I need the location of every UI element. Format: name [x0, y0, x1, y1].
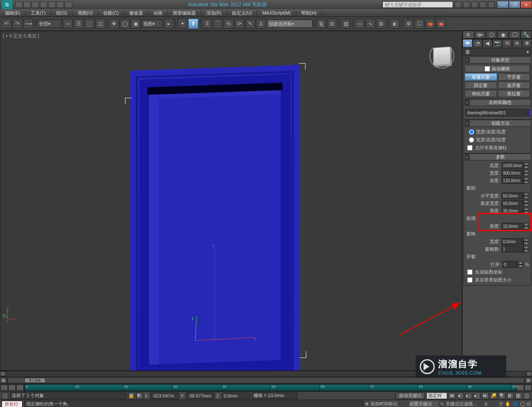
window-crossing-icon[interactable]: ◫: [95, 19, 105, 29]
maxscript-listener-icon[interactable]: [2, 392, 8, 399]
nav-fov-icon[interactable]: ▥: [515, 392, 522, 399]
menu-modifiers[interactable]: 修改器: [124, 10, 148, 16]
rollout-creation-method-header[interactable]: 创建方法: [470, 120, 530, 126]
viewport-label[interactable]: [ + 0 正交 0 真实 ]: [3, 33, 39, 39]
key-filters-button[interactable]: 关键点过滤器...: [446, 401, 483, 407]
tab-modify[interactable]: ⟴: [474, 31, 486, 39]
y-coord-field[interactable]: -36.577mm: [186, 392, 214, 399]
close-button[interactable]: ✕: [520, 1, 532, 8]
hframe-spinner[interactable]: ▴▾: [502, 192, 529, 199]
keyboard-shortcut-toggle-icon[interactable]: ⬆: [188, 19, 198, 29]
rails-width-spinner[interactable]: ▴▾: [502, 238, 529, 245]
timeline-snap-icon[interactable]: [16, 385, 24, 391]
autokey-button[interactable]: 自动关键点: [396, 392, 425, 399]
trackbar-prev-icon[interactable]: ◂: [0, 377, 7, 383]
subscription-icon[interactable]: [463, 1, 470, 8]
tab-utilities[interactable]: 🔧: [520, 31, 532, 39]
mirror-icon[interactable]: ⧎: [316, 19, 326, 29]
time-config-icon[interactable]: ⏱: [499, 402, 503, 407]
vframe-spinner[interactable]: ▴▾: [502, 200, 529, 207]
scroll-right-icon[interactable]: [526, 371, 532, 376]
timeline-mode-icon[interactable]: [0, 385, 8, 391]
menu-edit[interactable]: 编辑(E): [0, 10, 26, 16]
rails-count-spinner[interactable]: ▴▾: [502, 246, 529, 252]
time-slider[interactable]: 0 / 100: [7, 377, 525, 383]
pivot-center-icon[interactable]: ▸: [164, 19, 174, 29]
qat-undo-icon[interactable]: [40, 1, 47, 8]
x-coord-field[interactable]: -923.547m: [150, 392, 179, 399]
time-tag-icon[interactable]: ⊕: [365, 401, 369, 407]
rotate-icon[interactable]: ◯: [120, 19, 130, 29]
qat-undo-drop-icon[interactable]: [48, 1, 56, 8]
scroll-left-icon[interactable]: [0, 371, 6, 376]
link-icon[interactable]: ⟿: [23, 19, 33, 29]
move-icon[interactable]: ✥: [109, 19, 119, 29]
select-object-icon[interactable]: ▭: [63, 19, 73, 29]
menu-maxscript[interactable]: MAXScript(M): [257, 10, 296, 15]
rollout-object-type-header[interactable]: 对象类型: [470, 57, 530, 63]
method-wdh-radio[interactable]: 宽度/深度/高度: [465, 128, 530, 136]
depth-spinner[interactable]: ▴▾: [502, 177, 529, 184]
allow-nonvert-checkbox[interactable]: 允许非垂直侧柱: [465, 144, 530, 152]
select-manipulate-icon[interactable]: ✦: [177, 19, 187, 29]
menu-help[interactable]: 帮助(H): [296, 10, 322, 16]
rollout-toggle[interactable]: -: [465, 121, 470, 126]
layer-manager-icon[interactable]: ▤: [341, 19, 351, 29]
width-spinner[interactable]: ▴▾: [502, 170, 529, 176]
type-sliding-button[interactable]: 推拉窗: [498, 90, 530, 97]
nav-zoomregion-icon[interactable]: ⬚: [524, 392, 530, 399]
menu-animation[interactable]: 动画: [148, 10, 168, 16]
menu-rendering[interactable]: 渲染(R): [201, 10, 227, 16]
align-icon[interactable]: ⊟: [327, 19, 337, 29]
tab-hierarchy[interactable]: ⬡: [486, 31, 498, 39]
timeline-ruler[interactable]: 0 10 20 30 40 50 60 70 80 90 100: [24, 384, 516, 391]
edit-named-sel-icon[interactable]: ✎: [245, 19, 255, 29]
type-pivoted-button[interactable]: 旋开窗: [498, 81, 530, 89]
prev-frame-icon[interactable]: ◂: [457, 392, 464, 399]
menu-customize[interactable]: 自定义(U): [227, 10, 257, 16]
menu-group[interactable]: 组(G): [51, 10, 73, 16]
rollout-toggle[interactable]: -: [465, 154, 470, 160]
rollout-toggle[interactable]: -: [465, 100, 470, 105]
object-color-swatch[interactable]: [527, 109, 529, 116]
snap-3d-icon[interactable]: 3: [202, 19, 212, 29]
type-projected-button[interactable]: 伸出式窗: [465, 90, 497, 97]
nav-zoomall-icon[interactable]: ⊞: [507, 392, 514, 399]
redo-link-icon[interactable]: ↷: [12, 19, 22, 29]
nav-maxtoggle-icon[interactable]: ⊡: [527, 401, 530, 407]
schematic-view-icon[interactable]: ⊞: [376, 19, 386, 29]
menu-grapheditors[interactable]: 图形编辑器: [168, 10, 201, 16]
setkey-button[interactable]: 设置关键点: [409, 401, 438, 407]
menu-create[interactable]: 创建(C): [98, 10, 124, 16]
qat-redo-icon[interactable]: [57, 1, 64, 8]
minimize-button[interactable]: —: [497, 1, 509, 8]
render-setup-icon[interactable]: ⚙: [404, 19, 414, 29]
curve-editor-icon[interactable]: ∿: [365, 19, 375, 29]
play-icon[interactable]: ▸: [466, 392, 472, 399]
selected-set-dropdown[interactable]: 选定对: [426, 392, 447, 399]
rollout-toggle[interactable]: -: [465, 57, 470, 63]
graphite-ribbon-icon[interactable]: ▭: [355, 19, 365, 29]
rollout-params-header[interactable]: 参数: [470, 154, 530, 160]
timeline-filter-icon[interactable]: [8, 385, 16, 391]
subtab-lights[interactable]: ◀: [483, 39, 493, 47]
undo-link-icon[interactable]: ↶: [2, 19, 12, 29]
material-editor-icon[interactable]: ◐: [390, 19, 400, 29]
qat-open-icon[interactable]: [23, 1, 31, 8]
z-coord-field[interactable]: 0.0mm: [222, 392, 250, 399]
tab-create[interactable]: ✳: [463, 31, 474, 39]
qat-redo-drop-icon[interactable]: [65, 1, 72, 8]
nav-walk-icon[interactable]: 👣: [512, 401, 518, 407]
spinner-snap-icon[interactable]: ⟳: [234, 19, 244, 29]
time-slider-thumb[interactable]: 0 / 100: [25, 378, 45, 383]
subtab-cameras[interactable]: 📷: [493, 39, 502, 47]
qat-new-icon[interactable]: [15, 1, 22, 8]
subtab-helpers[interactable]: ⟲: [502, 39, 512, 47]
key-filters-icon[interactable]: ∿: [440, 401, 444, 407]
help-icon[interactable]: [488, 1, 495, 8]
object-name-input[interactable]: [466, 109, 526, 116]
nav-zoom-icon[interactable]: 🔍: [499, 392, 505, 399]
nav-orbit-icon[interactable]: ◯: [520, 401, 525, 407]
tab-display[interactable]: 🖵: [509, 31, 520, 39]
current-frame-field[interactable]: 0: [485, 402, 497, 407]
